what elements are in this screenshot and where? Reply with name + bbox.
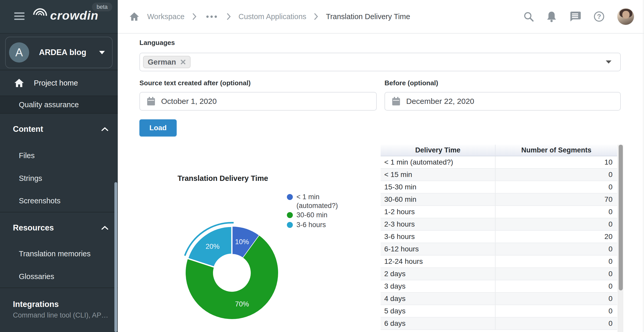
legend-label: 3-6 hours	[296, 220, 326, 229]
chevron-right-icon	[192, 13, 197, 20]
breadcrumb-ellipsis-icon[interactable]	[204, 16, 219, 18]
hamburger-menu-icon[interactable]	[14, 12, 25, 20]
cell-number-of-segments: 0	[495, 218, 617, 230]
cell-delivery-time: < 15 min	[381, 168, 495, 181]
sidebar-section-resources[interactable]: Resources	[0, 220, 118, 236]
sidebar-item-strings[interactable]: Strings	[0, 171, 118, 186]
topbar-icons: ?	[523, 0, 634, 33]
legend-entry[interactable]: 30-60 min	[287, 211, 327, 219]
table-row[interactable]: 15-30 min0	[381, 181, 617, 193]
after-date-label: Source text created after (optional)	[139, 79, 251, 87]
project-selector[interactable]: A ARDEA blog	[5, 37, 113, 68]
app-window: crowdin beta A ARDEA blog Project home Q…	[0, 0, 644, 332]
table-row[interactable]: 2 days0	[381, 268, 617, 280]
table-body: < 1 min (automated?)10< 15 min015-30 min…	[381, 156, 617, 330]
remove-tag-icon[interactable]	[180, 59, 186, 65]
cell-number-of-segments: 0	[495, 243, 617, 255]
languages-select[interactable]: German	[139, 53, 621, 71]
chart-title: Translation Delivery Time	[145, 174, 300, 183]
slice-percent-label: 70%	[235, 300, 249, 308]
languages-label: Languages	[139, 39, 175, 47]
slice-percent-label: 10%	[235, 238, 249, 246]
section-label: Content	[13, 125, 101, 134]
home-icon	[14, 78, 24, 88]
divider	[0, 212, 118, 212]
cell-delivery-time: 30-60 min	[381, 193, 495, 206]
breadcrumb: Workspace Custom Applications Translatio…	[129, 0, 410, 33]
donut-chart[interactable]: 10%70%20%	[178, 219, 286, 327]
cell-number-of-segments: 0	[495, 280, 617, 292]
table-row[interactable]: 5 days0	[381, 305, 617, 317]
table-row[interactable]: 6 days0	[381, 317, 617, 330]
search-icon[interactable]	[523, 11, 534, 22]
cell-number-of-segments: 0	[495, 292, 617, 305]
table-row[interactable]: 30-60 min70	[381, 193, 617, 206]
sidebar-item-label: Quality assurance	[19, 101, 79, 109]
section-label: Resources	[13, 223, 101, 233]
cell-number-of-segments: 0	[495, 168, 617, 181]
load-button[interactable]: Load	[139, 119, 177, 136]
divider	[0, 288, 118, 288]
sidebar-item-screenshots[interactable]: Screenshots	[0, 193, 118, 209]
topbar: Workspace Custom Applications Translatio…	[118, 0, 644, 34]
table-row[interactable]: 3-6 hours20	[381, 230, 617, 243]
user-avatar[interactable]	[617, 8, 634, 25]
sidebar-section-integrations[interactable]: Integrations	[0, 297, 118, 312]
table-header-row: Delivery Time Number of Segments	[381, 145, 617, 156]
project-avatar: A	[9, 42, 29, 63]
cell-delivery-time: 3 days	[381, 280, 495, 292]
sidebar-item-label: Screenshots	[19, 197, 60, 205]
table-row[interactable]: 12-24 hours0	[381, 255, 617, 268]
crowdin-logo[interactable]: crowdin	[33, 8, 98, 23]
cell-delivery-time: 6 days	[381, 317, 495, 330]
breadcrumb-current-page: Translation Delivery Time	[326, 12, 410, 21]
notifications-bell-icon[interactable]	[546, 11, 557, 22]
calendar-icon	[392, 97, 400, 106]
table-header-number-of-segments[interactable]: Number of Segments	[495, 145, 617, 156]
table-row[interactable]: 1-2 hours0	[381, 206, 617, 218]
project-name: ARDEA blog	[39, 48, 99, 57]
sidebar-item-glossaries[interactable]: Glossaries	[0, 269, 118, 284]
cell-delivery-time: 1-2 hours	[381, 206, 495, 218]
legend-entry[interactable]: 3-6 hours	[287, 220, 326, 229]
language-tag-german[interactable]: German	[143, 56, 191, 68]
chevron-right-icon	[314, 13, 318, 20]
table-header-delivery-time[interactable]: Delivery Time	[381, 145, 495, 156]
sidebar-item-quality-assurance[interactable]: Quality assurance	[0, 96, 118, 113]
messages-chat-icon[interactable]	[569, 11, 581, 22]
home-icon[interactable]	[129, 11, 139, 22]
cell-number-of-segments: 0	[495, 268, 617, 280]
table-row[interactable]: 3 days0	[381, 280, 617, 292]
svg-text:?: ?	[597, 13, 601, 20]
page-edge-line	[643, 0, 643, 332]
sidebar-item-label: Files	[19, 151, 35, 160]
table-scrollbar[interactable]	[618, 145, 623, 332]
chevron-up-icon	[101, 127, 108, 132]
chevron-down-icon	[99, 51, 105, 54]
table-row[interactable]: 2-3 hours0	[381, 218, 617, 230]
sidebar-item-files[interactable]: Files	[0, 148, 118, 163]
table-row[interactable]: < 15 min0	[381, 168, 617, 181]
table-row[interactable]: < 1 min (automated?)10	[381, 156, 617, 168]
sidebar-item-translation-memories[interactable]: Translation memories	[0, 246, 118, 261]
cell-delivery-time: 6-12 hours	[381, 243, 495, 255]
help-icon[interactable]: ?	[593, 11, 605, 22]
chevron-up-icon	[101, 226, 108, 230]
sidebar-section-content[interactable]: Content	[0, 121, 118, 137]
main-content: Languages German Source text created aft…	[118, 34, 644, 332]
breadcrumb-workspace[interactable]: Workspace	[147, 12, 185, 21]
table-row[interactable]: 6-12 hours0	[381, 243, 617, 255]
legend-entry[interactable]: < 1 min(automated?)	[287, 192, 338, 210]
breadcrumb-custom-applications[interactable]: Custom Applications	[239, 12, 307, 21]
cell-number-of-segments: 0	[495, 255, 617, 268]
sidebar-header: crowdin beta	[0, 0, 118, 34]
cell-delivery-time: 12-24 hours	[381, 255, 495, 268]
sidebar-item-label: Project home	[34, 79, 78, 87]
sidebar-scrollbar-thumb[interactable]	[114, 182, 117, 332]
table-row[interactable]: 4 days0	[381, 292, 617, 305]
after-date-input[interactable]: October 1, 2020	[139, 92, 377, 111]
sidebar-item-project-home[interactable]: Project home	[0, 70, 118, 96]
cell-number-of-segments: 0	[495, 206, 617, 218]
table-scrollbar-thumb[interactable]	[619, 145, 623, 290]
before-date-input[interactable]: December 22, 2020	[384, 92, 621, 111]
